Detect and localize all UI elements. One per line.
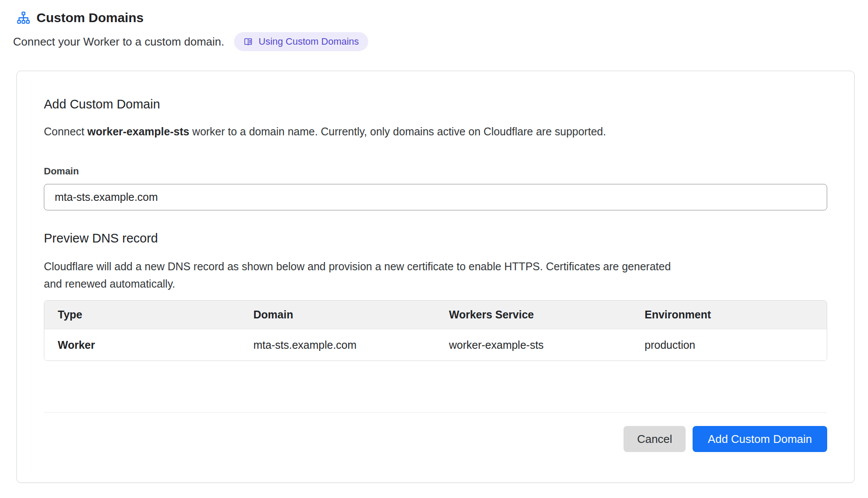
preview-dns-description: Cloudflare will add a new DNS record as … — [44, 258, 686, 292]
cell-workers-service: worker-example-sts — [436, 339, 631, 351]
column-header-environment: Environment — [631, 308, 827, 321]
worker-name: worker-example-sts — [87, 125, 189, 138]
add-custom-domain-card: Add Custom Domain Connect worker-example… — [17, 71, 855, 483]
subtitle-row: Connect your Worker to a custom domain. … — [13, 32, 368, 51]
page-header: Custom Domains Connect your Worker to a … — [13, 10, 368, 51]
docs-link-label: Using Custom Domains — [259, 36, 359, 47]
add-custom-domain-button[interactable]: Add Custom Domain — [693, 426, 827, 452]
cancel-button[interactable]: Cancel — [624, 426, 686, 452]
page-subtitle: Connect your Worker to a custom domain. — [13, 35, 224, 49]
footer-divider — [44, 412, 827, 413]
column-header-domain: Domain — [240, 308, 436, 321]
column-header-workers-service: Workers Service — [436, 308, 631, 321]
cell-environment: production — [631, 339, 827, 351]
intro-text: Connect worker-example-sts worker to a d… — [44, 125, 827, 138]
sitemap-icon — [17, 11, 30, 25]
title-row: Custom Domains — [13, 10, 368, 25]
book-icon — [243, 37, 253, 47]
card-heading: Add Custom Domain — [44, 71, 827, 111]
footer-actions: Cancel Add Custom Domain — [44, 426, 827, 452]
cell-type: Worker — [44, 339, 240, 351]
table-row: Worker mta-sts.example.com worker-exampl… — [44, 329, 827, 360]
preview-dns-heading: Preview DNS record — [44, 231, 827, 246]
docs-link-badge[interactable]: Using Custom Domains — [234, 32, 368, 51]
dns-preview-table: Type Domain Workers Service Environment … — [44, 300, 827, 361]
domain-field-label: Domain — [44, 166, 827, 177]
table-header-row: Type Domain Workers Service Environment — [44, 301, 827, 329]
page-title: Custom Domains — [36, 10, 144, 25]
column-header-type: Type — [44, 308, 240, 321]
cell-domain: mta-sts.example.com — [240, 339, 436, 351]
domain-input[interactable] — [44, 184, 827, 210]
